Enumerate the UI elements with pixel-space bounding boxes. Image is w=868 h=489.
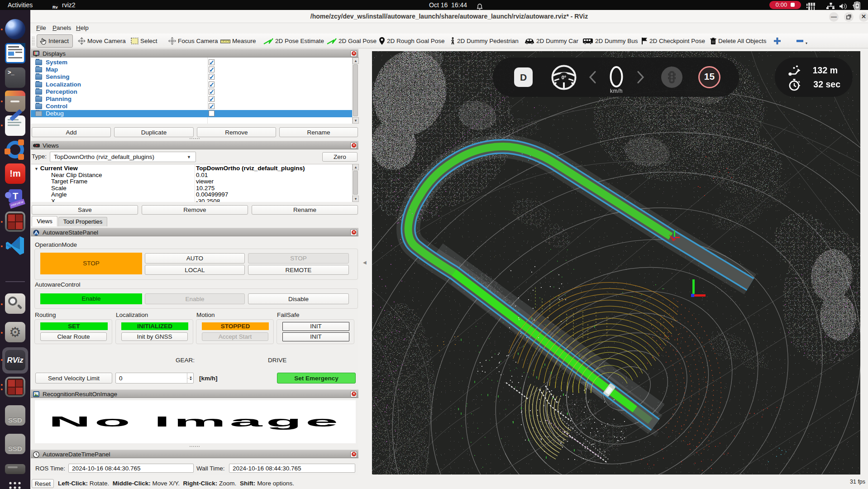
svg-text:Rv: Rv <box>52 5 58 10</box>
svg-text:0°: 0° <box>562 75 567 80</box>
